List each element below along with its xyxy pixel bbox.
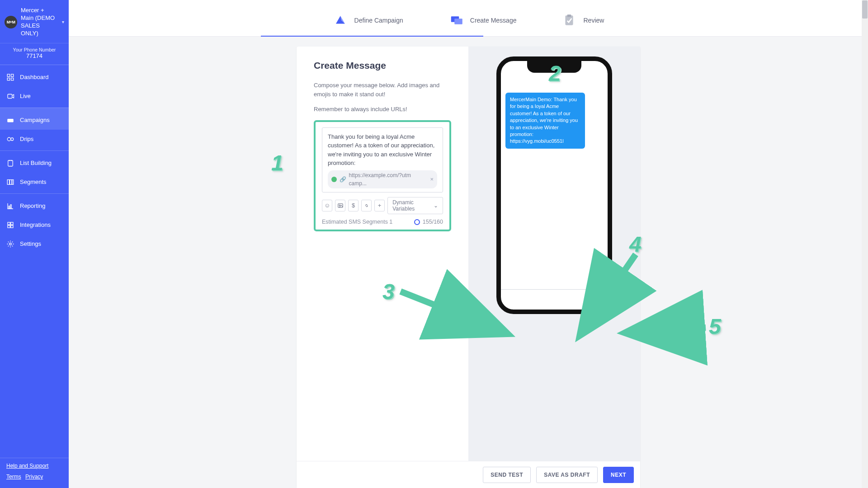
editor-meta-row: Estimated SMS Segments 1 155/160 xyxy=(322,219,443,225)
step-label: Review xyxy=(583,17,604,24)
svg-point-29 xyxy=(339,205,340,206)
integrations-icon xyxy=(6,221,14,229)
dynamic-variables-dropdown[interactable]: Dynamic Variables ⌄ xyxy=(387,197,443,214)
char-count-wrap: 155/160 xyxy=(414,219,443,225)
step-review[interactable]: Review xyxy=(561,13,604,28)
sidebar: M+M Mercer + Main (DEMO SALES ONLY) ▾ Yo… xyxy=(0,0,69,488)
svg-rect-0 xyxy=(7,74,9,76)
segments-icon xyxy=(6,178,14,186)
svg-rect-1 xyxy=(11,74,14,76)
svg-point-21 xyxy=(9,243,12,245)
live-icon xyxy=(6,92,14,100)
dashboard-icon xyxy=(6,73,14,81)
step-define-campaign[interactable]: Define Campaign xyxy=(333,13,403,28)
link-icon: 🔗 xyxy=(340,175,346,183)
drips-icon xyxy=(6,135,14,143)
sidebar-item-reporting[interactable]: Reporting xyxy=(0,193,69,216)
svg-rect-11 xyxy=(8,160,13,166)
org-avatar: M+M xyxy=(5,16,17,28)
phone-preview: MercerMain Demo: Thank you for being a l… xyxy=(496,56,612,314)
workspace: Create Message Compose your message belo… xyxy=(69,37,868,488)
campaigns-icon xyxy=(6,116,14,124)
currency-button[interactable]: $ xyxy=(348,200,359,211)
sidebar-item-campaigns[interactable]: Campaigns xyxy=(0,108,69,130)
save-as-draft-button[interactable]: SAVE AS DRAFT xyxy=(536,467,598,483)
dynamic-variables-label: Dynamic Variables xyxy=(392,199,431,212)
sidebar-item-label: List Building xyxy=(20,160,52,166)
preview-message-bubble: MercerMain Demo: Thank you for being a l… xyxy=(505,93,585,149)
chevron-down-icon: ⌄ xyxy=(434,202,438,209)
sidebar-item-dashboard[interactable]: Dashboard xyxy=(0,68,69,87)
sidebar-item-label: Campaigns xyxy=(20,117,50,123)
privacy-link[interactable]: Privacy xyxy=(25,474,43,480)
sidebar-item-label: Integrations xyxy=(20,221,51,228)
main-content: Define Campaign Create Message Review xyxy=(69,0,868,488)
link-button[interactable] xyxy=(361,200,372,211)
sidebar-item-integrations[interactable]: Integrations xyxy=(0,216,69,235)
next-button[interactable]: NEXT xyxy=(603,467,634,483)
help-support-link[interactable]: Help and Support xyxy=(6,463,48,469)
phone-divider xyxy=(501,289,608,290)
define-campaign-icon xyxy=(333,13,348,28)
sidebar-item-label: Drips xyxy=(20,136,33,142)
svg-rect-3 xyxy=(11,78,14,80)
message-textarea[interactable]: Thank you for being a loyal Acme custome… xyxy=(322,127,443,192)
image-button[interactable] xyxy=(335,200,345,211)
svg-point-9 xyxy=(7,137,11,141)
sidebar-item-list-building[interactable]: List Building xyxy=(0,150,69,173)
sidebar-item-label: Dashboard xyxy=(20,74,49,80)
annotation-arrow-5 xyxy=(631,322,712,342)
org-switcher[interactable]: M+M Mercer + Main (DEMO SALES ONLY) ▾ xyxy=(0,0,69,43)
svg-point-8 xyxy=(11,120,12,121)
editor-highlight-box: Thank you for being a loyal Acme custome… xyxy=(314,120,451,231)
svg-rect-18 xyxy=(11,222,13,225)
sidebar-item-settings[interactable]: Settings xyxy=(0,235,69,253)
svg-marker-22 xyxy=(336,16,345,24)
step-create-message[interactable]: Create Message xyxy=(448,13,517,28)
org-name: Mercer + Main (DEMO SALES ONLY) xyxy=(21,7,58,38)
svg-rect-19 xyxy=(8,225,10,227)
svg-rect-27 xyxy=(567,14,571,17)
step-label: Create Message xyxy=(470,17,517,24)
editor-heading: Create Message xyxy=(314,60,451,71)
emoji-button[interactable]: ☺ xyxy=(322,200,332,211)
phone-number-block: Your Phone Number 77174 xyxy=(0,43,69,65)
sidebar-item-label: Reporting xyxy=(20,202,45,209)
svg-rect-16 xyxy=(10,205,11,208)
message-text: Thank you for being a loyal Acme custome… xyxy=(328,133,434,167)
svg-rect-13 xyxy=(10,179,12,184)
phone-number: 77174 xyxy=(2,52,67,59)
settings-icon xyxy=(6,240,14,248)
stepper: Define Campaign Create Message Review xyxy=(69,0,868,37)
svg-point-7 xyxy=(9,120,10,121)
review-icon xyxy=(561,13,577,28)
sidebar-item-label: Live xyxy=(20,93,31,99)
send-test-button[interactable]: SEND TEST xyxy=(483,467,531,483)
editor-intro: Compose your message below. Add images a… xyxy=(314,81,451,99)
scrollbar-thumb[interactable] xyxy=(862,0,868,19)
char-meter-icon xyxy=(414,219,420,225)
svg-rect-28 xyxy=(338,203,343,207)
svg-rect-12 xyxy=(7,179,9,184)
url-chip[interactable]: 🔗 https://example.com/?utm camp... × xyxy=(328,170,437,188)
sidebar-footer: Help and Support Terms Privacy xyxy=(0,458,69,488)
sidebar-item-label: Settings xyxy=(20,240,41,247)
char-count: 155/160 xyxy=(423,219,443,225)
sidebar-item-segments[interactable]: Segments xyxy=(0,173,69,192)
add-button[interactable]: + xyxy=(374,200,385,211)
sidebar-item-live[interactable]: Live xyxy=(0,87,69,106)
step-label: Define Campaign xyxy=(354,17,403,24)
remove-url-button[interactable]: × xyxy=(430,175,434,184)
editor-toolbar: ☺ $ + Dynamic Variables ⌄ xyxy=(322,197,443,214)
svg-line-35 xyxy=(636,328,706,332)
sidebar-item-drips[interactable]: Drips xyxy=(0,130,69,149)
scrollbar-track[interactable] xyxy=(862,0,868,488)
sidebar-item-label: Segments xyxy=(20,178,47,185)
svg-rect-17 xyxy=(8,222,10,225)
terms-link[interactable]: Terms xyxy=(6,474,21,480)
segments-estimate: Estimated SMS Segments 1 xyxy=(322,219,392,225)
url-text: https://example.com/?utm camp... xyxy=(349,171,428,188)
phone-notch xyxy=(527,61,581,73)
check-icon xyxy=(331,177,337,182)
campaign-panel: Create Message Compose your message belo… xyxy=(297,47,640,488)
